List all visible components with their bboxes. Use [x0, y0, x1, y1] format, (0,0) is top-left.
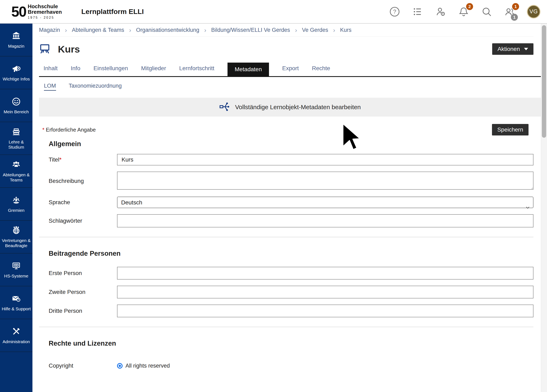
page-title: Kurs: [58, 43, 80, 55]
sidebar-item-administration[interactable]: Administration: [0, 319, 33, 352]
copyright-label: Copyright: [39, 362, 117, 369]
breadcrumb-link[interactable]: Bildung/Wissen/ELLI Ve Gerdes: [211, 27, 290, 33]
section-heading-beitragende: Beitragende Personen: [49, 250, 533, 257]
chevron-right-icon: ›: [65, 27, 67, 34]
section-divider: [39, 327, 533, 327]
main-sidebar: Magazin Wichtige Infos Mein Bereich Lehr…: [0, 24, 33, 392]
sprache-label: Sprache: [39, 199, 117, 206]
sidebar-filler: [0, 352, 33, 392]
chevron-right-icon: ›: [333, 27, 335, 34]
sidebar-item-mein-bereich[interactable]: Mein Bereich: [0, 89, 33, 122]
subtab-lom[interactable]: LOM: [44, 83, 56, 91]
section-heading-rechte: Rechte und Lizenzen: [49, 339, 533, 347]
beschreibung-textarea[interactable]: [117, 172, 533, 190]
sidebar-item-abteilungen-teams[interactable]: Abteilungen & Teams: [0, 155, 33, 188]
speichern-button[interactable]: Speichern: [492, 124, 528, 135]
sidebar-item-wichtige-infos[interactable]: Wichtige Infos: [0, 56, 33, 89]
list-icon[interactable]: [412, 6, 423, 17]
erste-person-label: Erste Person: [39, 270, 117, 277]
required-hint: * Erforderliche Angabe: [39, 127, 96, 133]
tab-export[interactable]: Export: [282, 65, 299, 76]
zweite-person-input[interactable]: [117, 286, 533, 298]
schlagwoerter-input[interactable]: [117, 214, 533, 227]
logo-name-line1: Hochschule: [28, 4, 62, 9]
chevron-right-icon: ›: [204, 27, 206, 34]
notifications-bell-icon[interactable]: 2: [458, 6, 469, 17]
tab-inhalt[interactable]: Inhalt: [43, 65, 58, 76]
header-icon-bar: ?: [389, 5, 547, 19]
awareness-person-icon[interactable]: [435, 6, 446, 17]
help-icon[interactable]: ?: [389, 6, 400, 17]
copyright-radio-selected[interactable]: [117, 363, 123, 369]
svg-text:?: ?: [393, 9, 396, 15]
dritte-person-input[interactable]: [117, 304, 533, 317]
main-content: Magazin › Abteilungen & Teams › Organisa…: [33, 24, 541, 392]
zweite-person-label: Zweite Person: [39, 289, 117, 295]
tab-metadaten[interactable]: Metadaten: [227, 63, 269, 76]
breadcrumb-link[interactable]: Organisationsentwicklung: [136, 27, 199, 33]
chevron-right-icon: ›: [295, 27, 297, 34]
mail-question-icon: ?: [12, 294, 21, 304]
committee-icon: [12, 195, 21, 206]
vertical-scrollbar: [541, 24, 547, 392]
titel-required-star: *: [59, 156, 62, 163]
logo-years: 1975 - 2025: [28, 16, 62, 20]
books-icon: [12, 127, 21, 137]
breadcrumb-link[interactable]: Ve Gerdes: [302, 27, 328, 33]
contacts-badge-top: 1: [512, 3, 519, 10]
tab-einstellungen[interactable]: Einstellungen: [93, 65, 128, 76]
people-group-icon: [12, 160, 21, 170]
tab-info[interactable]: Info: [71, 65, 81, 76]
logo-50: 50: [11, 5, 26, 19]
edit-full-metadata-banner[interactable]: Vollständige Lernobjekt-Metadaten bearbe…: [39, 98, 541, 117]
subtab-taxonomiezuordnung[interactable]: Taxonomiezuordnung: [69, 83, 122, 91]
sidebar-item-lehre-studium[interactable]: Lehre & Studium: [0, 122, 33, 155]
app-title: Lernplattform ELLI: [81, 7, 144, 16]
sprache-select[interactable]: Deutsch: [117, 197, 533, 208]
caret-down-icon: [524, 48, 528, 50]
search-icon[interactable]: [481, 6, 492, 17]
tab-mitglieder[interactable]: Mitglieder: [141, 65, 166, 76]
tab-lernfortschritt[interactable]: Lernfortschritt: [179, 65, 214, 76]
bank-icon: [12, 31, 21, 41]
tools-icon: [12, 327, 21, 337]
share-nodes-icon: [219, 101, 230, 113]
course-board-icon: [39, 43, 50, 55]
erste-person-input[interactable]: [117, 267, 533, 279]
chevron-right-icon: ›: [129, 27, 131, 34]
user-avatar[interactable]: VG: [527, 5, 540, 19]
sidebar-item-vertretungen[interactable]: Vertretungen & Beauftragte: [0, 221, 33, 253]
subtab-bar: LOM Taxonomiezuordnung: [39, 83, 533, 91]
titel-input[interactable]: [117, 154, 533, 165]
schlagwoerter-label: Schlagwörter: [39, 217, 117, 224]
titel-label: Titel*: [39, 156, 117, 163]
smiley-icon: [12, 97, 21, 107]
contacts-icon[interactable]: 1 1: [504, 6, 515, 17]
section-heading-allgemein: Allgemein: [49, 140, 533, 148]
logo-name-line2: Bremerhaven: [28, 9, 62, 15]
breadcrumb-link[interactable]: Abteilungen & Teams: [72, 27, 124, 33]
page: 50 Hochschule Bremerhaven 1975 - 2025 Le…: [0, 0, 547, 392]
section-divider: [39, 237, 533, 237]
svg-text:?: ?: [18, 298, 19, 301]
notifications-badge: 2: [466, 3, 473, 10]
tab-rechte[interactable]: Rechte: [312, 65, 330, 76]
sidebar-item-gremien[interactable]: Gremien: [0, 188, 33, 221]
globe-people-icon: [12, 226, 21, 236]
breadcrumb-link[interactable]: Kurs: [340, 27, 352, 33]
metadata-form: Titel* Beschreibung Sprache Deutsch: [39, 154, 533, 369]
aktionen-button[interactable]: Aktionen: [492, 43, 533, 55]
sidebar-item-magazin[interactable]: Magazin: [0, 24, 33, 56]
megaphone-icon: [12, 64, 21, 74]
top-header: 50 Hochschule Bremerhaven 1975 - 2025 Le…: [0, 0, 547, 24]
required-star: *: [42, 127, 44, 133]
sidebar-item-hilfe-support[interactable]: ? Hilfe & Support: [0, 286, 33, 319]
copyright-radio-group[interactable]: All rights reserved: [117, 363, 170, 369]
banner-label: Vollständige Lernobjekt-Metadaten bearbe…: [235, 104, 361, 111]
contacts-badge-bottom: 1: [511, 14, 518, 21]
university-logo: 50 Hochschule Bremerhaven 1975 - 2025: [11, 4, 62, 20]
breadcrumb: Magazin › Abteilungen & Teams › Organisa…: [39, 24, 533, 37]
scrollbar-thumb[interactable]: [542, 25, 546, 138]
breadcrumb-link[interactable]: Magazin: [39, 27, 60, 33]
sidebar-item-hs-systeme[interactable]: HS-Systeme: [0, 253, 33, 286]
